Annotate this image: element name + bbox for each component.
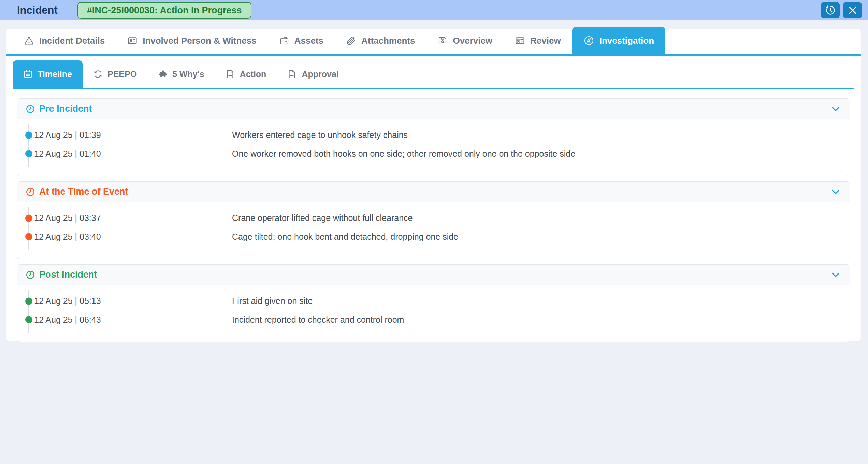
telescope-circle-icon	[583, 35, 594, 46]
main-tab-bar: Incident Details Involved Person & Witne…	[6, 29, 861, 56]
timeline-entry: 12 Aug 25 | 03:37 Crane operator lifted …	[17, 209, 850, 227]
timeline-entries: 12 Aug 25 | 05:13 First aid given on sit…	[17, 292, 850, 329]
clock-icon	[25, 104, 35, 114]
section-title: Post Incident	[39, 269, 97, 280]
section-title: Pre Incident	[39, 103, 92, 114]
floppy-disk-icon	[437, 36, 448, 46]
section-title: At the Time of Event	[39, 186, 128, 197]
entry-description: Crane operator lifted cage without full …	[232, 213, 413, 223]
subtab-label: Approval	[302, 69, 338, 79]
top-bar: Incident #INC-25I000030: Action In Progr…	[0, 0, 868, 20]
timeline-dot	[25, 131, 32, 139]
timeline-entry: 12 Aug 25 | 06:43 Incident reported to c…	[17, 310, 850, 329]
id-card-icon	[515, 36, 525, 46]
subtab-label: 5 Why's	[172, 69, 204, 79]
subtab-approval[interactable]: Approval	[277, 60, 349, 88]
section-at-time-of-event: At the Time of Event 12 Aug 25 | 03:37 C…	[17, 181, 850, 259]
timeline-dot	[25, 150, 32, 157]
section-post-incident: Post Incident 12 Aug 25 | 05:13 First ai…	[17, 264, 850, 342]
timeline-entry: 12 Aug 25 | 05:13 First aid given on sit…	[17, 292, 850, 310]
timeline-dot	[25, 233, 32, 240]
entry-description: Incident reported to checker and control…	[232, 315, 404, 325]
subtab-peepo[interactable]: PEEPO	[83, 60, 147, 88]
tab-label: Investigation	[599, 36, 654, 46]
history-icon	[825, 5, 836, 16]
calendar-icon	[23, 69, 33, 79]
tab-label: Review	[530, 36, 561, 46]
tab-review[interactable]: Review	[504, 27, 572, 54]
section-header-post-incident[interactable]: Post Incident	[17, 265, 850, 285]
topbar-actions	[821, 2, 862, 18]
sub-tab-bar: Timeline PEEPO 5 Why's	[13, 62, 854, 89]
close-icon	[848, 5, 858, 15]
chevron-down-icon[interactable]	[830, 269, 841, 281]
entry-timestamp: 12 Aug 25 | 06:43	[34, 315, 232, 325]
section-pre-incident: Pre Incident 12 Aug 25 | 01:39 Workers e…	[17, 98, 850, 176]
sync-icon	[93, 69, 103, 79]
section-header-at-time-of-event[interactable]: At the Time of Event	[17, 182, 850, 202]
timeline-entries: 12 Aug 25 | 03:37 Crane operator lifted …	[17, 209, 850, 246]
tab-label: Attachments	[361, 36, 415, 46]
chevron-down-icon[interactable]	[830, 186, 841, 198]
entry-timestamp: 12 Aug 25 | 01:39	[34, 130, 232, 140]
tab-assets[interactable]: Assets	[268, 27, 335, 54]
timeline-entries: 12 Aug 25 | 01:39 Workers entered cage t…	[17, 126, 850, 163]
timeline-entry: 12 Aug 25 | 03:40 Cage tilted; one hook …	[17, 227, 850, 246]
timeline-sections: Pre Incident 12 Aug 25 | 01:39 Workers e…	[6, 89, 861, 342]
document-icon	[226, 69, 235, 79]
subtab-label: PEEPO	[107, 69, 137, 79]
puzzle-icon	[158, 69, 168, 79]
subtab-label: Action	[240, 69, 266, 79]
entry-description: Cage tilted; one hook bent and detached,…	[232, 232, 458, 242]
timeline-dot	[25, 316, 32, 323]
close-button[interactable]	[843, 2, 862, 18]
tab-label: Incident Details	[39, 36, 105, 46]
history-button[interactable]	[821, 2, 840, 18]
entry-timestamp: 12 Aug 25 | 03:37	[34, 213, 232, 223]
clock-icon	[25, 187, 35, 197]
paperclip-icon	[346, 36, 356, 46]
section-header-pre-incident[interactable]: Pre Incident	[17, 99, 850, 119]
entry-description: One worker removed both hooks on one sid…	[232, 149, 575, 159]
document-icon	[287, 69, 297, 79]
section-body: 12 Aug 25 | 05:13 First aid given on sit…	[17, 285, 850, 342]
timeline-entry: 12 Aug 25 | 01:40 One worker removed bot…	[17, 144, 850, 163]
clock-icon	[25, 270, 35, 280]
subtab-label: Timeline	[38, 69, 72, 79]
entry-timestamp: 12 Aug 25 | 05:13	[34, 296, 232, 306]
main-card: Incident Details Involved Person & Witne…	[6, 29, 861, 341]
entry-description: Workers entered cage to unhook safety ch…	[232, 130, 408, 140]
tab-label: Involved Person & Witness	[143, 36, 257, 46]
status-badge: #INC-25I000030: Action In Progress	[77, 2, 251, 19]
briefcase-icon	[279, 36, 289, 46]
entry-timestamp: 12 Aug 25 | 03:40	[34, 232, 232, 242]
timeline-dot	[25, 214, 32, 222]
tab-incident-details[interactable]: Incident Details	[13, 27, 116, 54]
id-card-icon	[127, 36, 138, 46]
tab-label: Assets	[294, 36, 323, 46]
tab-investigation[interactable]: Investigation	[572, 27, 665, 54]
warning-triangle-icon	[24, 36, 34, 46]
page-title: Incident	[17, 4, 58, 16]
section-body: 12 Aug 25 | 03:37 Crane operator lifted …	[17, 202, 850, 259]
subtab-action[interactable]: Action	[215, 60, 277, 88]
tab-overview[interactable]: Overview	[426, 27, 504, 54]
tab-involved-person-witness[interactable]: Involved Person & Witness	[116, 27, 268, 54]
subtab-timeline[interactable]: Timeline	[13, 60, 83, 88]
timeline-dot	[25, 297, 32, 305]
section-body: 12 Aug 25 | 01:39 Workers entered cage t…	[17, 119, 850, 176]
chevron-down-icon[interactable]	[830, 103, 841, 115]
timeline-entry: 12 Aug 25 | 01:39 Workers entered cage t…	[17, 126, 850, 144]
entry-timestamp: 12 Aug 25 | 01:40	[34, 149, 232, 159]
subtab-5-whys[interactable]: 5 Why's	[147, 60, 215, 88]
tab-attachments[interactable]: Attachments	[335, 27, 426, 54]
tab-label: Overview	[453, 36, 492, 46]
entry-description: First aid given on site	[232, 296, 313, 306]
